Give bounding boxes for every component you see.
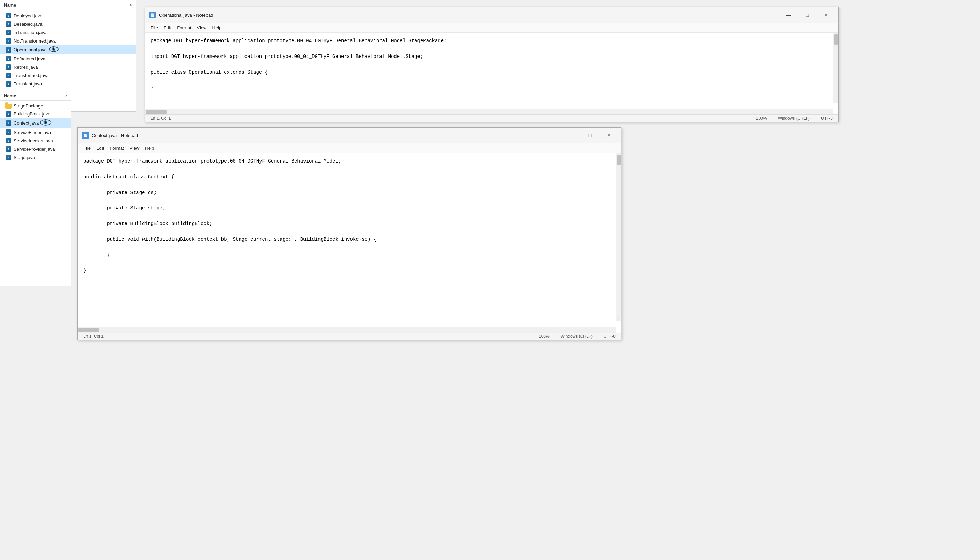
maximize-button-bottom[interactable]: □ <box>582 130 598 140</box>
explorer-panel-bottom: Name ∧ StagePackage J BuildingBlock.java… <box>0 91 71 286</box>
list-item[interactable]: J Transient.java <box>0 80 136 88</box>
list-item-operational[interactable]: J Operational.java <box>0 45 136 55</box>
svg-line-13 <box>43 121 43 122</box>
chevron-up-icon[interactable]: ∧ <box>130 3 132 7</box>
scrollbar-v-bottom[interactable]: ∨ <box>616 153 621 321</box>
explorer-header-top: Name ∧ <box>0 0 136 10</box>
svg-line-4 <box>51 47 51 48</box>
menu-view-top[interactable]: View <box>194 24 209 32</box>
code-area-top[interactable]: package DGT hyper-framework application … <box>145 33 839 115</box>
statusbar-top: Ln 1, Col 1 100% Windows (CRLF) UTF-8 <box>145 115 839 122</box>
svg-point-12 <box>46 122 47 122</box>
window-title-operational: Operational.java - Notepad <box>159 13 781 18</box>
minimize-button-top[interactable]: — <box>781 10 797 20</box>
list-item[interactable]: J Stage.java <box>0 153 71 162</box>
titlebar-operational[interactable]: 📄 Operational.java - Notepad — □ ✕ <box>145 7 839 23</box>
cursor-position-bottom: Ln 1, Col 1 <box>83 334 104 339</box>
svg-line-17 <box>48 121 49 122</box>
explorer-header-label-bottom: Name <box>4 93 16 98</box>
list-item[interactable]: J Retired.java <box>0 63 136 71</box>
window-controls-top: — □ ✕ <box>781 10 834 20</box>
statusbar-bottom: Ln 1, Col 1 100% Windows (CRLF) UTF-8 <box>78 333 621 340</box>
list-item[interactable]: J ServiceFinder.java <box>0 128 71 137</box>
notepad-context: 📄 Context.java - Notepad — □ ✕ File Edit… <box>77 127 621 340</box>
titlebar-context[interactable]: 📄 Context.java - Notepad — □ ✕ <box>78 128 621 143</box>
list-item[interactable]: J NotTransformed.java <box>0 37 136 45</box>
list-item[interactable]: J ServiceProvider.java <box>0 145 71 153</box>
line-ending-bottom: Windows (CRLF) <box>561 334 593 339</box>
notepad-body-top: package DGT hyper-framework application … <box>145 33 839 115</box>
chevron-up-icon-bottom[interactable]: ∧ <box>65 93 68 98</box>
close-button-top[interactable]: ✕ <box>818 10 834 20</box>
zoom-level-top: 100% <box>756 116 767 121</box>
menu-format-bottom[interactable]: Format <box>107 145 126 152</box>
menu-help-bottom[interactable]: Help <box>142 145 157 152</box>
menu-help-top[interactable]: Help <box>209 24 224 32</box>
window-controls-bottom: — □ ✕ <box>563 130 617 140</box>
list-item[interactable]: J ServiceInvoker.java <box>0 137 71 145</box>
list-item[interactable]: J Transformed.java <box>0 71 136 80</box>
menu-edit-bottom[interactable]: Edit <box>93 145 107 152</box>
menubar-bottom: File Edit Format View Help <box>78 143 621 153</box>
zoom-level-bottom: 100% <box>539 334 550 339</box>
eye-icon-context <box>40 119 51 127</box>
menubar-top: File Edit Format View Help <box>145 23 839 33</box>
list-item[interactable]: J inTransition.java <box>0 28 136 37</box>
scrollbar-h-top[interactable] <box>145 109 833 115</box>
svg-point-3 <box>54 48 55 49</box>
notepad-body-bottom: package DGT hyper-framework application … <box>78 153 621 333</box>
notepad-icon-bottom: 📄 <box>82 132 89 139</box>
file-list-bottom: StagePackage J BuildingBlock.java J Cont… <box>0 101 71 163</box>
scrollbar-v-top[interactable] <box>833 33 839 103</box>
encoding-top: UTF-8 <box>821 116 833 121</box>
minimize-button-bottom[interactable]: — <box>563 130 579 140</box>
close-button-bottom[interactable]: ✕ <box>601 130 617 140</box>
maximize-button-top[interactable]: □ <box>799 10 816 20</box>
cursor-position-top: Ln 1, Col 1 <box>151 116 171 121</box>
scrollbar-h-bottom[interactable] <box>78 327 616 333</box>
folder-icon <box>5 103 12 108</box>
list-item[interactable]: J Refactored.java <box>0 55 136 63</box>
list-item[interactable]: J Desabled.java <box>0 20 136 28</box>
menu-edit-top[interactable]: Edit <box>161 24 174 32</box>
list-item-stage-package[interactable]: StagePackage <box>0 102 71 110</box>
list-item[interactable]: J BuildingBlock.java <box>0 110 71 118</box>
eye-icon <box>49 46 58 53</box>
line-ending-top: Windows (CRLF) <box>778 116 810 121</box>
encoding-bottom: UTF-8 <box>604 334 616 339</box>
explorer-header-label: Name <box>4 2 16 8</box>
menu-file-top[interactable]: File <box>148 24 161 32</box>
explorer-header-bottom: Name ∧ <box>0 91 71 101</box>
menu-view-bottom[interactable]: View <box>127 145 142 152</box>
code-area-bottom[interactable]: package DGT hyper-framework application … <box>78 153 621 333</box>
menu-format-top[interactable]: Format <box>174 24 194 32</box>
list-item[interactable]: J Deployed.java <box>0 12 136 20</box>
list-item-context[interactable]: J Context.java <box>0 118 71 128</box>
svg-line-8 <box>56 47 56 48</box>
file-list-top: J Deployed.java J Desabled.java J inTran… <box>0 10 136 89</box>
notepad-operational: 📄 Operational.java - Notepad — □ ✕ File … <box>145 7 839 122</box>
menu-file-bottom[interactable]: File <box>81 145 93 152</box>
window-title-context: Context.java - Notepad <box>92 133 563 138</box>
notepad-icon-top: 📄 <box>149 12 156 18</box>
